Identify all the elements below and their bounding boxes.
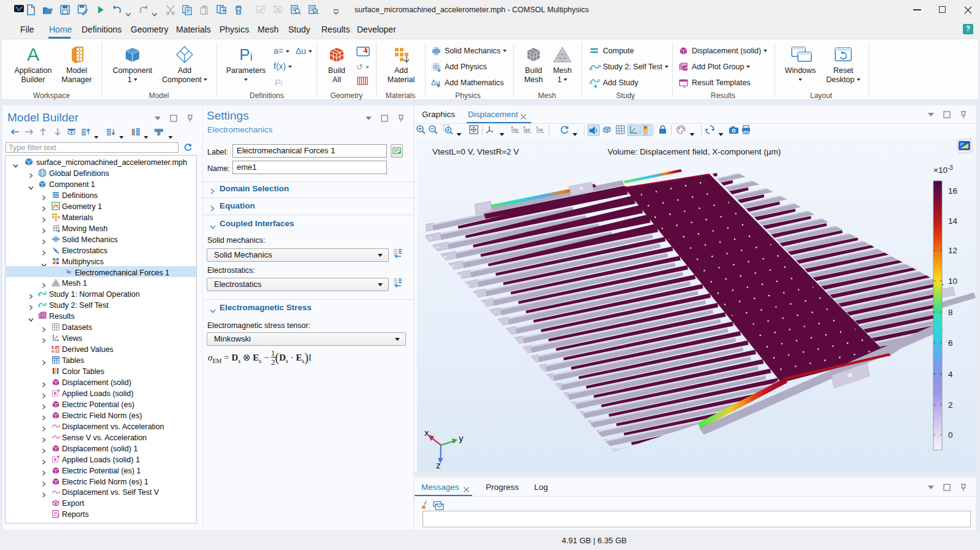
- svg-text:x: x: [424, 427, 429, 438]
- svg-text:4: 4: [948, 370, 953, 379]
- svg-text:8: 8: [948, 308, 953, 317]
- svg-text:Pi: Pi: [239, 45, 252, 64]
- svg-text:16: 16: [948, 186, 957, 196]
- svg-text:6: 6: [948, 338, 953, 348]
- svg-text:12: 12: [948, 246, 957, 255]
- svg-text:xy: xy: [513, 127, 518, 132]
- svg-text:xz: xz: [538, 127, 543, 132]
- svg-text:yz: yz: [526, 127, 530, 132]
- svg-text:0: 0: [948, 430, 953, 440]
- svg-text:Volume: Displacement field, X-: Volume: Displacement field, X-component …: [608, 147, 781, 156]
- svg-text:VtestL=0 V, VtestR=2 V: VtestL=0 V, VtestR=2 V: [432, 147, 519, 156]
- svg-text:2: 2: [948, 400, 953, 410]
- svg-text:A: A: [27, 45, 39, 64]
- svg-text:z: z: [436, 460, 441, 470]
- svg-text:e-12: e-12: [52, 349, 59, 353]
- svg-text:10: 10: [948, 277, 957, 286]
- svg-text:y: y: [459, 433, 464, 443]
- svg-text:14: 14: [948, 216, 958, 226]
